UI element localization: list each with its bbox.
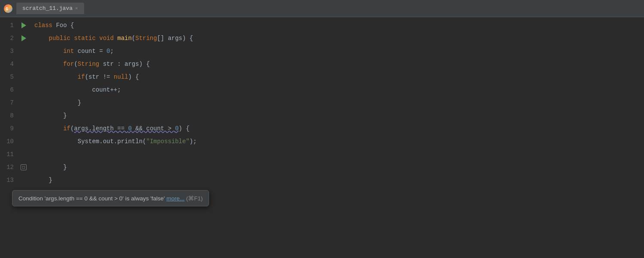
file-tab[interactable]: scratch_11.java × bbox=[16, 3, 84, 14]
run-arrow-icon[interactable] bbox=[21, 35, 26, 41]
code-token: Foo bbox=[56, 19, 70, 32]
tooltip-shortcut: (⌘F1) bbox=[186, 195, 203, 202]
line-number: 9 bbox=[3, 122, 14, 135]
gutter-cell bbox=[17, 83, 30, 96]
gutter-cell bbox=[17, 96, 30, 109]
code-token: main bbox=[117, 32, 132, 45]
code-token: } bbox=[34, 161, 67, 174]
gutter-cell bbox=[17, 109, 30, 122]
gutter-cell: □ bbox=[17, 161, 30, 174]
code-token: 0 bbox=[175, 122, 179, 135]
line-number: 2 bbox=[3, 32, 14, 45]
code-token: = bbox=[99, 45, 106, 58]
line-number: 3 bbox=[3, 45, 14, 58]
code-line: public static void main(String[] args) { bbox=[34, 32, 640, 45]
gutter-cell bbox=[17, 122, 30, 135]
code-line: class Foo { bbox=[34, 19, 640, 32]
code-token: .pri bbox=[114, 135, 128, 148]
code-line: } bbox=[34, 109, 640, 122]
title-bar: G scratch_11.java × bbox=[0, 0, 644, 17]
line-number: 12 bbox=[3, 161, 14, 174]
tooltip-text: Condition 'args.length == 0 && count > 0… bbox=[18, 195, 165, 202]
code-token: str : args) { bbox=[103, 58, 150, 71]
gutter-cell bbox=[17, 148, 30, 161]
code-token: ntln( bbox=[128, 135, 146, 148]
line-number: 6 bbox=[3, 83, 14, 96]
line-number: 8 bbox=[3, 109, 14, 122]
code-token: static bbox=[74, 32, 99, 45]
code-token: } bbox=[34, 96, 81, 109]
code-line: if(args.length == 0 && count > 0) { bbox=[34, 122, 640, 135]
line-number: 10 bbox=[3, 135, 14, 148]
gutter: □ bbox=[17, 19, 30, 258]
code-line: if(str != null) { bbox=[34, 71, 640, 83]
code-line: } bbox=[34, 161, 640, 174]
code-token: "Impossible" bbox=[146, 135, 189, 148]
code-token: { bbox=[70, 19, 74, 32]
code-token: System. bbox=[34, 135, 103, 148]
code-line: count++; bbox=[34, 83, 640, 96]
code-token: ( bbox=[70, 122, 74, 135]
code-token: && count > bbox=[132, 122, 175, 135]
gutter-cell bbox=[17, 71, 30, 83]
line-numbers: 12345678910111213 bbox=[0, 19, 17, 258]
gutter-cell bbox=[17, 174, 30, 187]
code-token: count++; bbox=[92, 83, 121, 96]
code-token: ) { bbox=[179, 122, 189, 135]
gutter-cell bbox=[17, 19, 30, 32]
code-token: class bbox=[34, 19, 56, 32]
code-token: ) { bbox=[128, 71, 139, 83]
code-token bbox=[34, 32, 49, 45]
code-token: } bbox=[34, 109, 67, 122]
tooltip-more-link[interactable]: more... bbox=[167, 195, 185, 202]
code-line bbox=[34, 148, 640, 161]
gutter-cell bbox=[17, 58, 30, 71]
svg-text:G: G bbox=[6, 7, 8, 12]
app-logo: G bbox=[3, 4, 13, 13]
inspection-tooltip: Condition 'args.length == 0 && count > 0… bbox=[12, 190, 209, 206]
code-token: public bbox=[49, 32, 74, 45]
code-token bbox=[34, 83, 92, 96]
code-token: args.length == bbox=[74, 122, 128, 135]
code-token: count bbox=[78, 45, 99, 58]
code-token: void bbox=[99, 32, 117, 45]
line-number: 7 bbox=[3, 96, 14, 109]
tab-filename: scratch_11.java bbox=[22, 5, 73, 12]
code-token: ; bbox=[110, 45, 113, 58]
line-number: 1 bbox=[3, 19, 14, 32]
code-token bbox=[34, 122, 63, 135]
code-token: int bbox=[63, 45, 78, 58]
gutter-cell bbox=[17, 45, 30, 58]
code-token: for bbox=[63, 58, 74, 71]
code-token bbox=[34, 45, 63, 58]
code-token: String bbox=[135, 32, 157, 45]
line-number: 4 bbox=[3, 58, 14, 71]
run-arrow-icon[interactable] bbox=[21, 22, 26, 28]
code-line: System.out.println("Impossible"); bbox=[34, 135, 640, 148]
code-token: ( bbox=[74, 58, 77, 71]
gutter-cell bbox=[17, 135, 30, 148]
code-token: ( bbox=[132, 32, 135, 45]
line-number: 11 bbox=[3, 148, 14, 161]
code-token bbox=[34, 71, 78, 83]
code-token: if bbox=[78, 71, 85, 83]
code-token: if bbox=[63, 122, 70, 135]
code-token: ); bbox=[189, 135, 197, 148]
code-token: out bbox=[103, 135, 114, 148]
code-line: } bbox=[34, 96, 640, 109]
code-token: String bbox=[78, 58, 103, 71]
code-token: 0 bbox=[128, 122, 131, 135]
code-lines[interactable]: class Foo { public static void main(Stri… bbox=[30, 19, 644, 258]
editor-area: 12345678910111213 □ class Foo { public s… bbox=[0, 17, 644, 258]
gutter-cell bbox=[17, 32, 30, 45]
code-line: } bbox=[34, 174, 640, 187]
code-token: [] args) { bbox=[157, 32, 193, 45]
tab-close-button[interactable]: × bbox=[75, 6, 78, 11]
code-token: } bbox=[34, 174, 52, 187]
code-token: 0 bbox=[106, 45, 110, 58]
code-container: 12345678910111213 □ class Foo { public s… bbox=[0, 17, 644, 258]
line-number: 5 bbox=[3, 71, 14, 83]
fold-close-icon[interactable]: □ bbox=[21, 164, 27, 170]
code-token: (str != bbox=[85, 71, 114, 83]
code-token: null bbox=[114, 71, 128, 83]
